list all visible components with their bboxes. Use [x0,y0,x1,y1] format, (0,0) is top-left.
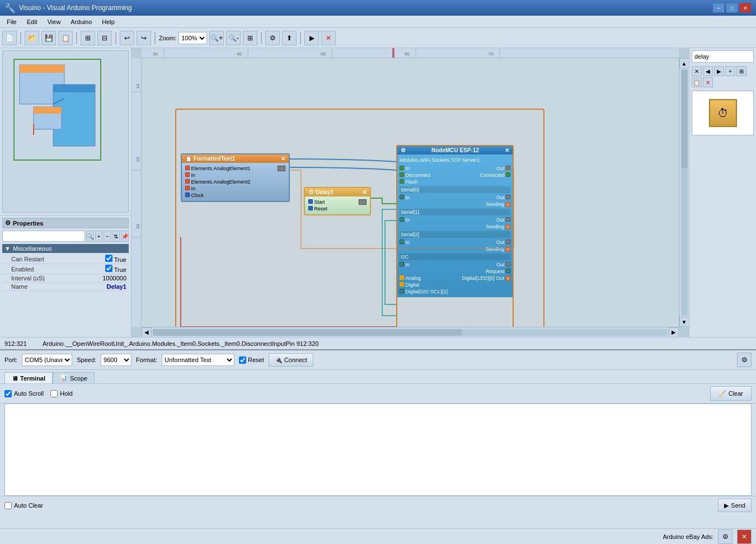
redo-button[interactable]: ↪ [137,31,151,45]
search-copy-button[interactable]: ⊞ [736,66,746,76]
menubar: File Edit View Arduino Help [0,16,756,28]
menu-file[interactable]: File [2,17,21,26]
node-formattedtext-body: Elements.AnalogElement1 In Elements.Anal… [182,163,289,201]
speed-select[interactable]: 9600 115200 [101,354,132,366]
props-val-name: Delay1 [107,283,126,290]
hold-checkbox[interactable] [50,390,58,397]
canvas-scrollbar-h[interactable]: ◀ ▶ [142,327,679,337]
send-label: Send [731,502,745,509]
format-select[interactable]: Unformatted Text Formatted Text Hex [162,354,234,366]
scroll-up-button[interactable]: ▲ [679,58,689,68]
connect-button[interactable]: 🔌 Connect [269,353,313,367]
search-input[interactable]: delay [692,50,754,63]
node-delay[interactable]: ⏱ Delay1 ✕ Start Reset [304,187,371,215]
menu-view[interactable]: View [43,17,65,26]
tab-scope[interactable]: 📊 Scope [53,372,95,383]
props-row-enabled[interactable]: Enabled True [2,264,129,274]
stop-button[interactable]: ✕ [321,31,336,45]
tab-terminal[interactable]: 🖥 Terminal [4,372,53,383]
port-out[interactable] [278,166,285,171]
props-pin-button[interactable]: 📌 [121,231,129,242]
node-formattedtext-close[interactable]: ✕ [281,156,285,162]
clear-button[interactable]: 🧹 Clear [710,386,752,401]
search-x-button[interactable]: ✕ [703,77,713,87]
open-button[interactable]: 📂 [25,31,39,45]
enabled-checkbox[interactable] [105,265,112,272]
props-sort-button[interactable]: ⇅ [112,231,120,242]
run-button[interactable]: ▶ [304,31,319,45]
props-row-interval[interactable]: Interval (uS) 1000000 [2,274,129,283]
upload-button[interactable]: ⬆ [282,31,297,45]
scroll-left-button[interactable]: ◀ [142,327,152,337]
terminal-area[interactable] [4,404,752,496]
node-nodemcu[interactable]: ⚙ NodeMCU ESP-12 ✕ Modules.WiFi.Sockets.… [396,145,514,327]
zoom-fit-button[interactable]: ⊞ [243,31,257,45]
port-select[interactable]: COM5 (Unave [22,354,72,366]
props-row-canrestart[interactable]: Can Restart True [2,254,129,264]
content-area: ⚙ Properties 🔍 + − ⇅ 📌 ▼ Miscellaneous [0,48,756,337]
props-key-name: Name [11,283,107,290]
zoom-select[interactable]: 50% 75% 100% 125% 150% 200% [179,32,207,44]
node-delay-close[interactable]: ✕ [362,189,367,195]
reset-checkbox[interactable] [239,357,246,364]
menu-help[interactable]: Help [97,17,119,26]
titlebar-left: 🔧 Visuino - Visual Arduino Programming [4,3,132,13]
saveas-button[interactable]: 📋 [58,31,73,45]
canvas-ruler-left: 10 20 30 [132,58,142,327]
canvas-area[interactable]: 30 40 50 60 70 10 20 [132,48,689,337]
search-add-button[interactable]: + [725,66,735,76]
props-expand-button[interactable]: + [95,231,102,242]
save-button[interactable]: 💾 [41,31,56,45]
maximize-button[interactable]: □ [726,3,738,13]
scroll-down-button[interactable]: ▼ [679,317,689,327]
search-paste-button[interactable]: 📋 [692,77,702,87]
svg-rect-17 [392,48,395,58]
menu-arduino[interactable]: Arduino [66,17,96,26]
props-search-button[interactable]: 🔍 [86,231,94,242]
auto-scroll-checkbox[interactable] [4,390,12,397]
titlebar-controls[interactable]: ─ □ ✕ [712,3,752,13]
minimize-button[interactable]: ─ [712,3,725,13]
props-key-enabled: Enabled [11,266,105,273]
search-box: delay [689,48,756,65]
canrestart-checkbox[interactable] [105,255,112,262]
auto-clear-checkbox[interactable] [4,502,12,509]
search-nav-prev[interactable]: ◀ [703,66,713,76]
reset-checkbox-row: Reset [239,357,264,364]
props-collapse-button[interactable]: − [104,231,111,242]
menu-edit[interactable]: Edit [22,17,42,26]
compile-button[interactable]: ⚙ [265,31,280,45]
props-search-input[interactable] [2,231,85,242]
component-preview: ⏱ [692,91,754,135]
zoom-in-button[interactable]: 🔍+ [209,31,224,45]
canvas-content[interactable]: 📋 FormattedText1 ✕ Elements.AnalogElemen… [142,58,679,327]
scroll-h-thumb[interactable] [153,329,462,336]
new-button[interactable]: 📄 [2,31,17,45]
scroll-h-track[interactable] [153,329,668,336]
props-row-name[interactable]: Name Delay1 [2,283,129,291]
align-button[interactable]: ⊟ [97,31,112,45]
ads-close-button[interactable]: ✕ [737,529,752,544]
port-row-in2: In [185,185,285,192]
port-out-i2c: Out [496,262,510,268]
zoom-out-button[interactable]: 🔍- [226,31,241,45]
port-reset: Reset [308,206,327,212]
ads-settings-button[interactable]: ⚙ [718,529,732,544]
props-group-misc[interactable]: ▼ Miscellaneous [2,244,129,253]
scroll-right-button[interactable]: ▶ [669,327,679,337]
nodemcu-close[interactable]: ✕ [505,147,509,153]
serial-settings-button[interactable]: ⚙ [737,353,752,367]
grid-button[interactable]: ⊞ [81,31,95,45]
component-icon: ⏱ [709,99,737,127]
canvas-scrollbar-v[interactable]: ▲ ▼ [679,58,689,327]
undo-button[interactable]: ↩ [120,31,134,45]
scroll-v-track[interactable] [681,69,688,316]
search-clear-button[interactable]: ✕ [692,66,702,76]
port-out-delay[interactable] [359,199,367,205]
scroll-v-thumb[interactable] [681,69,688,168]
node-formattedtext[interactable]: 📋 FormattedText1 ✕ Elements.AnalogElemen… [181,153,290,202]
send-button[interactable]: ▶ Send [718,499,752,512]
svg-text:70: 70 [489,51,494,57]
close-button[interactable]: ✕ [739,3,752,13]
search-nav-next[interactable]: ▶ [714,66,724,76]
